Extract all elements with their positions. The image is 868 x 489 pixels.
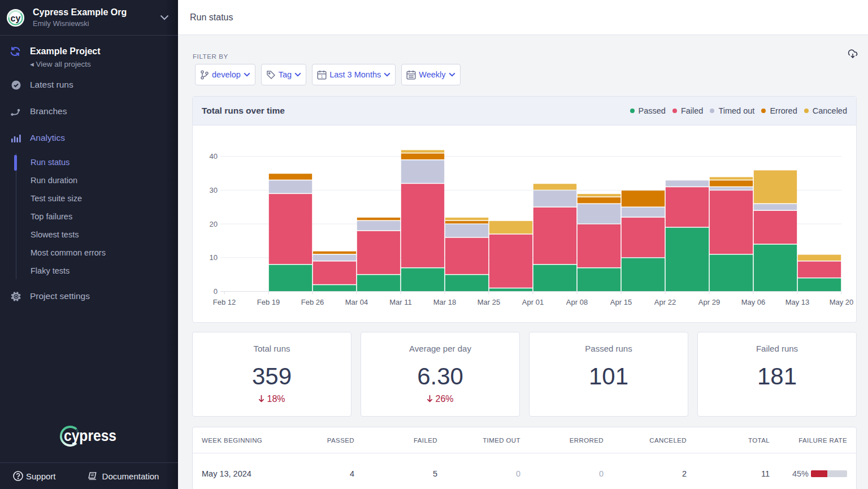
svg-text:Apr 15: Apr 15 — [610, 297, 632, 306]
svg-text:0: 0 — [214, 287, 218, 296]
svg-text:Apr 29: Apr 29 — [698, 297, 720, 306]
svg-text:Mar 25: Mar 25 — [478, 297, 500, 306]
svg-text:cy: cy — [11, 13, 21, 23]
svg-text:10: 10 — [210, 253, 218, 262]
svg-text:cypress: cypress — [64, 427, 116, 444]
svg-text:Feb 26: Feb 26 — [301, 297, 324, 306]
svg-text:May 06: May 06 — [741, 297, 766, 306]
svg-text:Feb 19: Feb 19 — [257, 297, 280, 306]
svg-text:1: 1 — [321, 73, 323, 79]
svg-text:40: 40 — [210, 152, 218, 161]
svg-text:Feb 12: Feb 12 — [213, 297, 236, 306]
svg-text:Apr 01: Apr 01 — [522, 297, 544, 306]
svg-text:Apr 08: Apr 08 — [566, 297, 588, 306]
svg-text:Mar 04: Mar 04 — [345, 297, 368, 306]
svg-text:Mar 18: Mar 18 — [433, 297, 456, 306]
svg-text:May 20: May 20 — [830, 297, 854, 306]
svg-text:30: 30 — [210, 185, 218, 194]
svg-text:Mar 11: Mar 11 — [389, 297, 412, 306]
svg-text:20: 20 — [210, 219, 218, 228]
svg-text:May 13: May 13 — [785, 297, 810, 306]
svg-text:Apr 22: Apr 22 — [654, 297, 676, 306]
